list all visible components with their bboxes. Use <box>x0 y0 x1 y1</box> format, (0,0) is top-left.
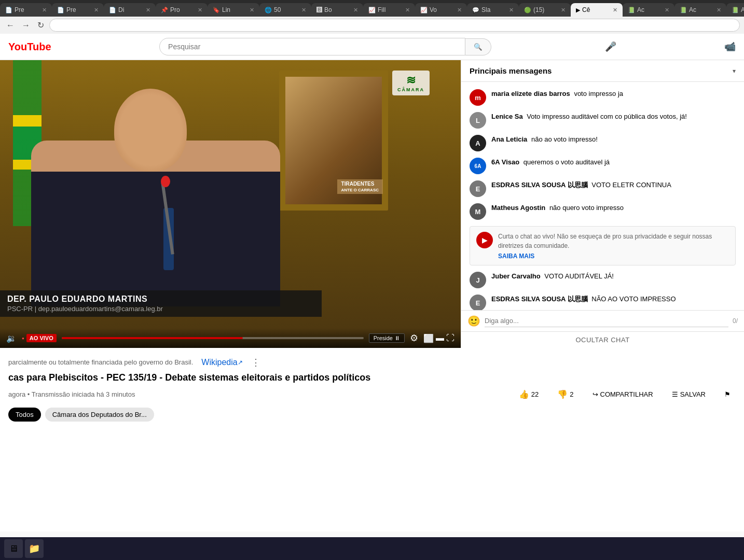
camara-watermark: ≋ CÂMARA <box>392 71 430 95</box>
share-button[interactable]: ↪ COMPARTILHAR <box>587 387 658 401</box>
avatar-1: m <box>470 89 486 106</box>
msg-content-1: maria elizete dias barros voto impresso … <box>491 89 736 99</box>
more-options-button[interactable]: ⋮ <box>243 357 269 368</box>
msg-text-5: VOTO ELETR CONTINUA <box>591 181 671 189</box>
filter-all-tab[interactable]: Todos <box>8 408 41 422</box>
tab-14[interactable]: 📗 Ac ✕ <box>674 3 726 17</box>
refresh-button[interactable]: ↻ <box>35 19 46 31</box>
tab-close-5[interactable]: ✕ <box>250 7 254 13</box>
chat-dropdown-arrow[interactable]: ▾ <box>733 67 736 75</box>
chat-header: Principais mensagens ▾ <box>461 60 744 82</box>
search-input[interactable] <box>159 38 465 55</box>
save-label: SALVAR <box>680 390 706 398</box>
video-player[interactable]: TIRADENTESANTE O CARRASC ≋ CÂMARA DEP. P… <box>0 60 461 348</box>
address-input[interactable]: watch?v=ieGuTh9xELc <box>49 19 740 32</box>
tab-close-9[interactable]: ✕ <box>457 7 462 13</box>
tab-icon-3: 📄 <box>109 7 116 13</box>
tab-close-4[interactable]: ✕ <box>198 7 202 13</box>
chat-message-2: L Lenice Sa Voto impresso auditável com … <box>461 109 744 132</box>
youtube-logo: YouTube <box>8 41 51 53</box>
tab-8[interactable]: 📈 Fill ✕ <box>363 3 415 17</box>
tab-label-7: Bo <box>324 6 351 13</box>
tab-icon-5: 🔖 <box>213 7 220 13</box>
thumbs-up-icon: 👍 <box>519 389 529 399</box>
theater-button[interactable]: ▬ <box>436 333 444 343</box>
tab-7[interactable]: 🅱 Bo ✕ <box>311 3 363 17</box>
msg-content-7: Juber Carvalho VOTO AUDITÁVEL JÁ! <box>491 272 736 281</box>
tab-4[interactable]: 📌 Pro ✕ <box>156 3 208 17</box>
chat-message-8: E ESDRAS SILVA SOUSA 以思腦 NÃO AO VOTO IMP… <box>461 291 744 310</box>
tab-1[interactable]: 📄 Pre ✕ <box>0 3 52 17</box>
tab-icon-1: 📄 <box>5 7 12 13</box>
microphone-icon[interactable]: 🎤 <box>605 41 616 52</box>
save-icon: ☰ <box>672 390 678 398</box>
emoji-button[interactable]: 🙂 <box>467 315 480 327</box>
tab-11[interactable]: 🟢 (15) ✕ <box>519 3 571 17</box>
live-dot: ● <box>22 336 24 341</box>
chat-message-5: E ESDRAS SILVA SOUSA 以思腦 VOTO ELETR CONT… <box>461 177 744 200</box>
like-button[interactable]: 👍 22 <box>514 386 544 402</box>
tab-icon-6: 🌐 <box>265 7 272 13</box>
dislike-button[interactable]: 👎 2 <box>552 386 578 402</box>
miniplayer-button[interactable]: ⬜ <box>423 333 434 343</box>
tab-9[interactable]: 📈 Vo ✕ <box>415 3 467 17</box>
msg-text-3: não ao voto impresso! <box>531 135 598 143</box>
tab-label-9: Vo <box>430 6 455 13</box>
msg-content-8: ESDRAS SILVA SOUSA 以思腦 NÃO AO VOTO IMPRE… <box>491 295 736 304</box>
chat-input[interactable] <box>485 315 728 327</box>
saiba-mais-link[interactable]: SAIBA MAIS <box>498 253 729 260</box>
tab-close-12[interactable]: ✕ <box>613 7 617 13</box>
forward-button[interactable]: → <box>20 20 32 31</box>
back-button[interactable]: ← <box>4 20 17 31</box>
tab-close-6[interactable]: ✕ <box>301 7 306 13</box>
progress-bar[interactable] <box>62 337 364 339</box>
yt-header: YouTube 🔍 🎤 📹 <box>0 34 744 60</box>
tab-close-13[interactable]: ✕ <box>665 7 669 13</box>
msg-text-2: Voto impresso auditável com co pública d… <box>527 113 687 120</box>
report-button[interactable]: ⚑ <box>719 387 736 401</box>
camera-icon[interactable]: 📹 <box>724 41 736 52</box>
tab-10[interactable]: 💬 Sla ✕ <box>467 3 519 17</box>
wikipedia-link[interactable]: Wikipedia <box>201 358 237 367</box>
taskbar-icon-1[interactable]: 🖥 <box>4 539 23 558</box>
save-button[interactable]: ☰ SALVAR <box>667 387 711 401</box>
chat-message-3: A Ana Leticia não ao voto impresso! <box>461 132 744 155</box>
tab-close-8[interactable]: ✕ <box>405 7 410 13</box>
tab-6[interactable]: 🌐 50 ✕ <box>259 3 311 17</box>
tab-close-1[interactable]: ✕ <box>42 7 47 13</box>
tab-close-14[interactable]: ✕ <box>717 7 721 13</box>
tab-close-3[interactable]: ✕ <box>146 7 150 13</box>
tab-label-4: Pro <box>170 6 196 13</box>
tab-15[interactable]: 📗 Ac ✕ <box>726 3 744 17</box>
hide-chat-button[interactable]: OCULTAR CHAT <box>461 331 744 348</box>
preside-label: Preside <box>374 335 393 341</box>
settings-button[interactable]: ⚙ <box>410 332 418 344</box>
tab-close-10[interactable]: ✕ <box>509 7 514 13</box>
tab-label-12: Cê <box>582 6 611 13</box>
progress-fill <box>62 337 243 339</box>
tab-12-active[interactable]: ▶ Cê ✕ <box>571 3 623 17</box>
tab-5[interactable]: 🔖 Lin ✕ <box>208 3 259 17</box>
avatar-4: 6A <box>470 158 486 174</box>
tab-close-11[interactable]: ✕ <box>561 7 566 13</box>
tab-close-7[interactable]: ✕ <box>353 7 358 13</box>
filter-channel-tab[interactable]: Câmara dos Deputados do Br... <box>45 408 154 422</box>
tab-label-1: Pre <box>15 6 40 13</box>
avatar-6: M <box>470 203 486 220</box>
flag-icon: ⚑ <box>724 390 731 398</box>
external-link-icon: ↗ <box>238 359 243 366</box>
tab-icon-14: 📗 <box>680 7 687 13</box>
tab-2[interactable]: 📄 Pre ✕ <box>52 3 104 17</box>
tab-3[interactable]: 📄 Di ✕ <box>104 3 156 17</box>
taskbar-icon-2[interactable]: 📁 <box>25 539 44 558</box>
username-7: Juber Carvalho <box>491 272 541 280</box>
tab-13[interactable]: 📗 Ac ✕ <box>623 3 674 17</box>
msg-text-1: voto impresso ja <box>574 90 623 97</box>
tab-close-2[interactable]: ✕ <box>94 7 99 13</box>
msg-text-6: não quero voto impresso <box>549 204 624 212</box>
volume-button[interactable]: 🔉 <box>6 333 17 343</box>
fullscreen-button[interactable]: ⛶ <box>446 333 454 343</box>
preside-button[interactable]: Preside ⏸ <box>369 333 405 343</box>
search-button[interactable]: 🔍 <box>465 38 491 55</box>
video-scene: TIRADENTESANTE O CARRASC ≋ CÂMARA DEP. P… <box>0 60 461 348</box>
